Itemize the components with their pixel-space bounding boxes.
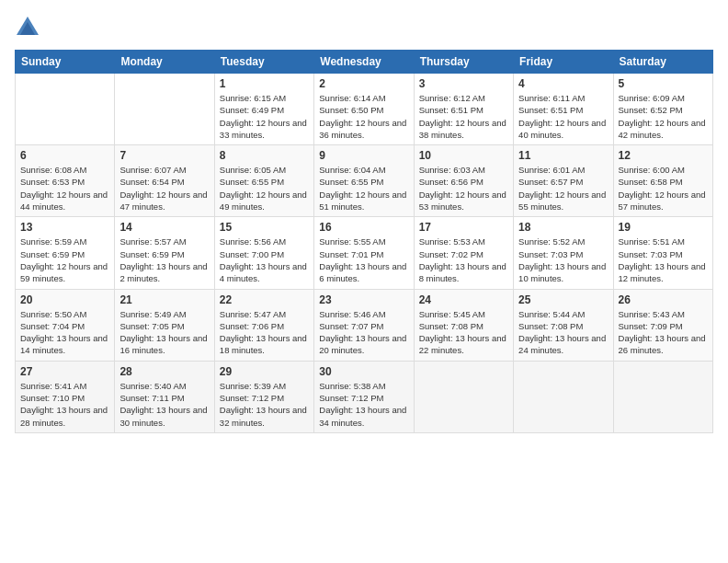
weekday-header-friday: Friday — [514, 51, 613, 74]
calendar-cell — [115, 74, 214, 145]
calendar-cell: 25Sunrise: 5:44 AM Sunset: 7:08 PM Dayli… — [514, 289, 613, 361]
calendar-cell: 6Sunrise: 6:08 AM Sunset: 6:53 PM Daylig… — [16, 145, 115, 217]
day-number: 22 — [220, 293, 309, 306]
calendar-cell: 28Sunrise: 5:40 AM Sunset: 7:11 PM Dayli… — [115, 361, 214, 432]
day-info: Sunrise: 6:00 AM Sunset: 6:58 PM Dayligh… — [619, 164, 708, 213]
weekday-header-tuesday: Tuesday — [214, 51, 313, 74]
calendar-cell: 7Sunrise: 6:07 AM Sunset: 6:54 PM Daylig… — [115, 145, 214, 217]
calendar-cell: 30Sunrise: 5:38 AM Sunset: 7:12 PM Dayli… — [314, 361, 414, 432]
day-info: Sunrise: 5:49 AM Sunset: 7:05 PM Dayligh… — [119, 308, 209, 357]
day-info: Sunrise: 6:03 AM Sunset: 6:56 PM Dayligh… — [419, 164, 508, 213]
calendar-cell — [414, 361, 513, 432]
day-info: Sunrise: 6:04 AM Sunset: 6:55 PM Dayligh… — [319, 164, 408, 213]
calendar-cell: 16Sunrise: 5:55 AM Sunset: 7:01 PM Dayli… — [314, 217, 414, 289]
calendar-header: SundayMondayTuesdayWednesdayThursdayFrid… — [16, 51, 713, 74]
day-info: Sunrise: 6:05 AM Sunset: 6:55 PM Dayligh… — [220, 164, 309, 213]
day-number: 9 — [319, 149, 408, 162]
calendar-cell — [16, 74, 115, 145]
calendar-cell: 5Sunrise: 6:09 AM Sunset: 6:52 PM Daylig… — [613, 74, 712, 145]
day-info: Sunrise: 5:59 AM Sunset: 6:59 PM Dayligh… — [20, 236, 109, 284]
day-info: Sunrise: 6:11 AM Sunset: 6:51 PM Dayligh… — [518, 92, 608, 141]
calendar-cell: 23Sunrise: 5:46 AM Sunset: 7:07 PM Dayli… — [314, 289, 414, 361]
day-info: Sunrise: 5:51 AM Sunset: 7:03 PM Dayligh… — [619, 236, 708, 284]
day-info: Sunrise: 5:41 AM Sunset: 7:10 PM Dayligh… — [20, 380, 109, 429]
weekday-header-wednesday: Wednesday — [314, 51, 414, 74]
calendar-cell: 4Sunrise: 6:11 AM Sunset: 6:51 PM Daylig… — [514, 74, 613, 145]
weekday-header-thursday: Thursday — [414, 51, 513, 74]
day-info: Sunrise: 6:07 AM Sunset: 6:54 PM Dayligh… — [119, 164, 209, 213]
calendar-cell: 19Sunrise: 5:51 AM Sunset: 7:03 PM Dayli… — [613, 217, 712, 289]
calendar-cell: 3Sunrise: 6:12 AM Sunset: 6:51 PM Daylig… — [414, 74, 513, 145]
day-number: 16 — [319, 221, 408, 234]
calendar-cell: 29Sunrise: 5:39 AM Sunset: 7:12 PM Dayli… — [214, 361, 313, 432]
calendar-cell: 14Sunrise: 5:57 AM Sunset: 6:59 PM Dayli… — [115, 217, 214, 289]
day-number: 4 — [518, 77, 608, 90]
day-number: 30 — [319, 365, 408, 378]
day-info: Sunrise: 5:40 AM Sunset: 7:11 PM Dayligh… — [119, 380, 209, 429]
weekday-header-monday: Monday — [115, 51, 214, 74]
day-number: 10 — [419, 149, 508, 162]
day-info: Sunrise: 5:46 AM Sunset: 7:07 PM Dayligh… — [319, 308, 408, 357]
calendar-week-row: 1Sunrise: 6:15 AM Sunset: 6:49 PM Daylig… — [16, 74, 713, 145]
day-info: Sunrise: 5:44 AM Sunset: 7:08 PM Dayligh… — [518, 308, 608, 357]
day-number: 11 — [518, 149, 608, 162]
page-header — [15, 15, 713, 40]
calendar-cell: 8Sunrise: 6:05 AM Sunset: 6:55 PM Daylig… — [214, 145, 313, 217]
calendar-cell: 18Sunrise: 5:52 AM Sunset: 7:03 PM Dayli… — [514, 217, 613, 289]
calendar-cell: 1Sunrise: 6:15 AM Sunset: 6:49 PM Daylig… — [214, 74, 313, 145]
day-info: Sunrise: 5:56 AM Sunset: 7:00 PM Dayligh… — [220, 236, 309, 284]
day-number: 27 — [20, 365, 109, 378]
day-number: 28 — [119, 365, 209, 378]
calendar-week-row: 13Sunrise: 5:59 AM Sunset: 6:59 PM Dayli… — [16, 217, 713, 289]
day-number: 14 — [119, 221, 209, 234]
day-number: 19 — [619, 221, 708, 234]
logo-icon — [15, 15, 40, 40]
calendar-table: SundayMondayTuesdayWednesdayThursdayFrid… — [15, 50, 713, 433]
day-number: 6 — [20, 149, 109, 162]
calendar-cell: 2Sunrise: 6:14 AM Sunset: 6:50 PM Daylig… — [314, 74, 414, 145]
day-number: 17 — [419, 221, 508, 234]
calendar-cell: 24Sunrise: 5:45 AM Sunset: 7:08 PM Dayli… — [414, 289, 513, 361]
calendar-body: 1Sunrise: 6:15 AM Sunset: 6:49 PM Daylig… — [16, 74, 713, 433]
day-info: Sunrise: 6:15 AM Sunset: 6:49 PM Dayligh… — [220, 92, 309, 141]
day-info: Sunrise: 5:43 AM Sunset: 7:09 PM Dayligh… — [619, 308, 708, 357]
day-info: Sunrise: 6:12 AM Sunset: 6:51 PM Dayligh… — [419, 92, 508, 141]
logo — [15, 15, 44, 40]
day-number: 5 — [619, 77, 708, 90]
day-info: Sunrise: 6:14 AM Sunset: 6:50 PM Dayligh… — [319, 92, 408, 141]
calendar-cell: 13Sunrise: 5:59 AM Sunset: 6:59 PM Dayli… — [16, 217, 115, 289]
weekday-header-saturday: Saturday — [613, 51, 712, 74]
calendar-cell: 26Sunrise: 5:43 AM Sunset: 7:09 PM Dayli… — [613, 289, 712, 361]
day-number: 25 — [518, 293, 608, 306]
day-number: 29 — [220, 365, 309, 378]
day-info: Sunrise: 5:39 AM Sunset: 7:12 PM Dayligh… — [220, 380, 309, 429]
calendar-cell: 21Sunrise: 5:49 AM Sunset: 7:05 PM Dayli… — [115, 289, 214, 361]
calendar-cell: 15Sunrise: 5:56 AM Sunset: 7:00 PM Dayli… — [214, 217, 313, 289]
day-number: 7 — [119, 149, 209, 162]
calendar-cell: 17Sunrise: 5:53 AM Sunset: 7:02 PM Dayli… — [414, 217, 513, 289]
day-info: Sunrise: 5:57 AM Sunset: 6:59 PM Dayligh… — [119, 236, 209, 284]
calendar-week-row: 6Sunrise: 6:08 AM Sunset: 6:53 PM Daylig… — [16, 145, 713, 217]
calendar-cell: 9Sunrise: 6:04 AM Sunset: 6:55 PM Daylig… — [314, 145, 414, 217]
calendar-week-row: 27Sunrise: 5:41 AM Sunset: 7:10 PM Dayli… — [16, 361, 713, 432]
day-number: 2 — [319, 77, 408, 90]
day-number: 13 — [20, 221, 109, 234]
calendar-cell: 22Sunrise: 5:47 AM Sunset: 7:06 PM Dayli… — [214, 289, 313, 361]
day-info: Sunrise: 5:52 AM Sunset: 7:03 PM Dayligh… — [518, 236, 608, 284]
calendar-cell: 20Sunrise: 5:50 AM Sunset: 7:04 PM Dayli… — [16, 289, 115, 361]
day-number: 21 — [119, 293, 209, 306]
day-info: Sunrise: 5:45 AM Sunset: 7:08 PM Dayligh… — [419, 308, 508, 357]
day-number: 26 — [619, 293, 708, 306]
calendar-cell: 10Sunrise: 6:03 AM Sunset: 6:56 PM Dayli… — [414, 145, 513, 217]
day-number: 23 — [319, 293, 408, 306]
day-info: Sunrise: 5:55 AM Sunset: 7:01 PM Dayligh… — [319, 236, 408, 284]
calendar-cell: 11Sunrise: 6:01 AM Sunset: 6:57 PM Dayli… — [514, 145, 613, 217]
calendar-cell: 12Sunrise: 6:00 AM Sunset: 6:58 PM Dayli… — [613, 145, 712, 217]
day-number: 12 — [619, 149, 708, 162]
day-number: 18 — [518, 221, 608, 234]
day-number: 15 — [220, 221, 309, 234]
weekday-header-sunday: Sunday — [16, 51, 115, 74]
calendar-cell: 27Sunrise: 5:41 AM Sunset: 7:10 PM Dayli… — [16, 361, 115, 432]
weekday-header-row: SundayMondayTuesdayWednesdayThursdayFrid… — [16, 51, 713, 74]
calendar-cell — [514, 361, 613, 432]
